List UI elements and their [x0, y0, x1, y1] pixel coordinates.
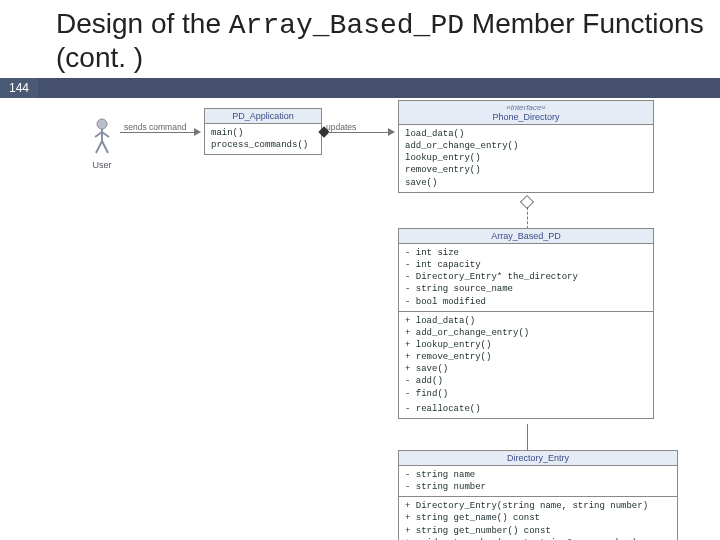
- class-array-based-pd: Array_Based_PD - int size - int capacity…: [398, 228, 654, 419]
- op: load_data(): [405, 128, 647, 140]
- op: + load_data(): [405, 315, 647, 327]
- attr: - string name: [405, 469, 671, 481]
- op: + string get_number() const: [405, 525, 671, 537]
- op: + Directory_Entry(string name, string nu…: [405, 500, 671, 512]
- actor-label: User: [84, 160, 120, 170]
- assoc-line-abpd-direntry: [527, 424, 528, 450]
- phone-dir-stereo: «interface»: [403, 103, 649, 112]
- op: - reallocate(): [405, 403, 647, 415]
- op: + save(): [405, 363, 647, 375]
- direntry-attrs: - string name - string number: [399, 466, 677, 497]
- attr: - int size: [405, 247, 647, 259]
- attr: - string number: [405, 481, 671, 493]
- attr: - Directory_Entry* the_directory: [405, 271, 647, 283]
- page-number: 144: [9, 81, 29, 95]
- attr: - int capacity: [405, 259, 647, 271]
- arrow-user-pdapp: [194, 128, 201, 136]
- op: lookup_entry(): [405, 152, 647, 164]
- op: - add(): [405, 375, 647, 387]
- slide-title: Design of the Array_Based_PD Member Func…: [56, 8, 710, 74]
- assoc-line-user-pdapp: [120, 132, 196, 133]
- abpd-ops: + load_data() + add_or_change_entry() + …: [399, 312, 653, 418]
- op: - find(): [405, 388, 647, 400]
- pd-app-ops: main() process_commands(): [205, 124, 321, 154]
- op: + remove_entry(): [405, 351, 647, 363]
- assoc-line-pdapp-phonedir: [328, 132, 390, 133]
- interface-phone-directory: «interface» Phone_Directory load_data() …: [398, 100, 654, 193]
- phone-dir-ops: load_data() add_or_change_entry() lookup…: [399, 125, 653, 192]
- title-code: Array_Based_PD: [229, 10, 464, 41]
- class-directory-entry: Directory_Entry - string name - string n…: [398, 450, 678, 540]
- op: process_commands(): [211, 139, 315, 151]
- attr: - bool modified: [405, 296, 647, 308]
- abpd-attrs: - int size - int capacity - Directory_En…: [399, 244, 653, 312]
- assoc-updates-label: updates: [326, 122, 356, 132]
- uml-diagram: User sends command updates PD_Applicatio…: [40, 100, 716, 538]
- phone-dir-header: «interface» Phone_Directory: [399, 101, 653, 125]
- op: add_or_change_entry(): [405, 140, 647, 152]
- svg-point-0: [97, 119, 107, 129]
- arrow-pdapp-phonedir: [388, 128, 395, 136]
- abpd-name: Array_Based_PD: [399, 229, 653, 244]
- op: + add_or_change_entry(): [405, 327, 647, 339]
- pd-app-name: PD_Application: [205, 109, 321, 124]
- phone-dir-name: Phone_Directory: [403, 112, 649, 122]
- direntry-ops: + Directory_Entry(string name, string nu…: [399, 497, 677, 540]
- attr: - string source_name: [405, 283, 647, 295]
- actor-user: User: [84, 118, 120, 170]
- op: main(): [211, 127, 315, 139]
- slide-title-area: Design of the Array_Based_PD Member Func…: [0, 0, 720, 78]
- direntry-name: Directory_Entry: [399, 451, 677, 466]
- assoc-sends-label: sends command: [124, 122, 186, 132]
- realization-line: [527, 207, 528, 229]
- op: + lookup_entry(): [405, 339, 647, 351]
- actor-icon: [91, 118, 113, 158]
- title-underline-band: [38, 78, 720, 98]
- class-pd-application: PD_Application main() process_commands(): [204, 108, 322, 155]
- op: save(): [405, 177, 647, 189]
- title-prefix: Design of the: [56, 8, 229, 39]
- page-number-tab: 144: [0, 78, 38, 98]
- op: + string get_name() const: [405, 512, 671, 524]
- op: remove_entry(): [405, 164, 647, 176]
